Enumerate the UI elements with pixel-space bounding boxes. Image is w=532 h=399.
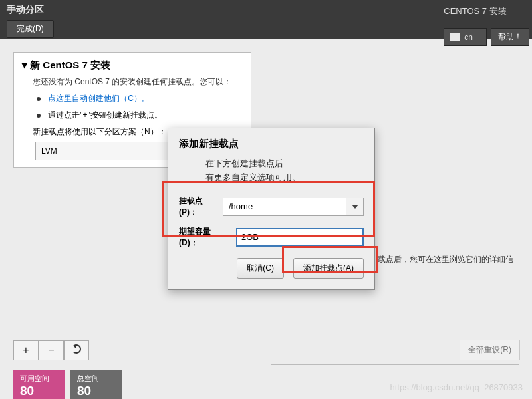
- dialog-title: 添加新挂载点: [179, 138, 364, 150]
- hint-text: 载点后，您可在这里浏览它们的详细信: [378, 254, 513, 265]
- cancel-button[interactable]: 取消(C): [237, 258, 284, 279]
- reset-all-button[interactable]: 全部重设(R): [460, 340, 520, 360]
- auto-create-link[interactable]: 点这里自动创建他们（C）。: [48, 94, 150, 103]
- mount-point-dropdown[interactable]: [346, 198, 363, 215]
- mount-point-input[interactable]: [223, 198, 346, 215]
- mount-toolbar: + −: [13, 340, 89, 360]
- add-mount-point-button[interactable]: 添加挂载点(A): [293, 258, 364, 279]
- capacity-label: 期望容量(D)：: [179, 226, 229, 249]
- panel-heading[interactable]: 新 CentOS 7 安装: [22, 59, 243, 72]
- mount-point-combo[interactable]: [223, 198, 364, 216]
- scheme-value: LVM: [41, 146, 57, 156]
- product-label: CENTOS 7 安装: [444, 5, 523, 17]
- manual-text: 通过点击"+"按钮创建新挂载点。: [48, 110, 162, 120]
- mount-point-label: 挂载点(P)：: [179, 196, 216, 218]
- add-mount-button[interactable]: +: [13, 340, 39, 360]
- divider: [271, 364, 519, 365]
- avail-label: 可用空间: [20, 374, 59, 384]
- available-space-card: 可用空间 80 GiB: [13, 370, 65, 399]
- total-label: 总空间: [77, 374, 116, 384]
- dialog-description: 在下方创建挂载点后 有更多自定义选项可用。: [205, 157, 364, 185]
- remove-mount-button[interactable]: −: [39, 340, 64, 360]
- refresh-icon: [72, 344, 81, 354]
- total-space-card: 总空间 80 GiB: [70, 370, 122, 399]
- page-title: 手动分区: [7, 4, 54, 16]
- refresh-button[interactable]: [64, 340, 89, 360]
- add-mount-dialog: 添加新挂载点 在下方创建挂载点后 有更多自定义选项可用。 挂载点(P)： 期望容…: [168, 128, 375, 290]
- bullet-icon: [37, 114, 41, 118]
- chevron-down-icon: [352, 205, 358, 209]
- done-button[interactable]: 完成(D): [7, 20, 54, 38]
- capacity-input[interactable]: [236, 228, 364, 247]
- watermark-text: https://blog.csdn.net/qq_26870933: [390, 382, 523, 392]
- avail-value: 80 GiB: [20, 384, 59, 399]
- panel-subtext: 您还没有为 CentOS 7 的安装创建任何挂载点。您可以：: [33, 76, 243, 88]
- total-value: 80 GiB: [77, 384, 116, 399]
- bullet-icon: [37, 97, 41, 101]
